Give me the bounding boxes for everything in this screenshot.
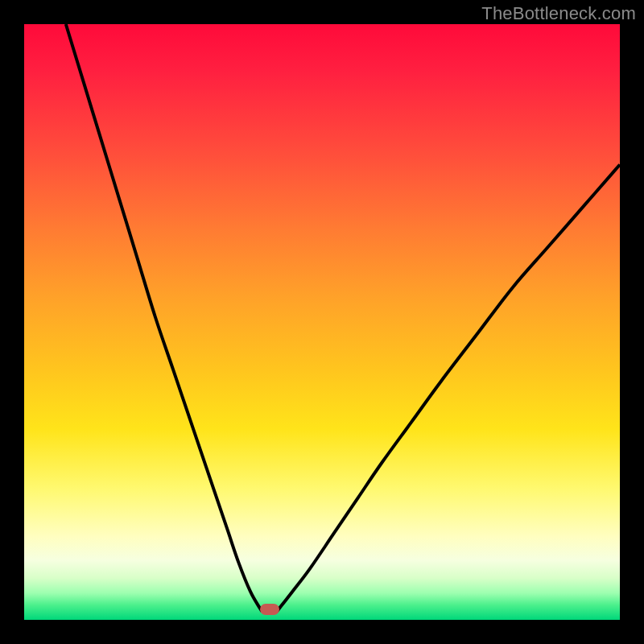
plot-area <box>24 24 620 620</box>
optimal-marker <box>260 604 279 615</box>
watermark-text: TheBottleneck.com <box>481 3 636 24</box>
bottleneck-curve <box>24 24 620 620</box>
chart-frame: TheBottleneck.com <box>0 0 644 644</box>
curve-path <box>66 24 620 611</box>
